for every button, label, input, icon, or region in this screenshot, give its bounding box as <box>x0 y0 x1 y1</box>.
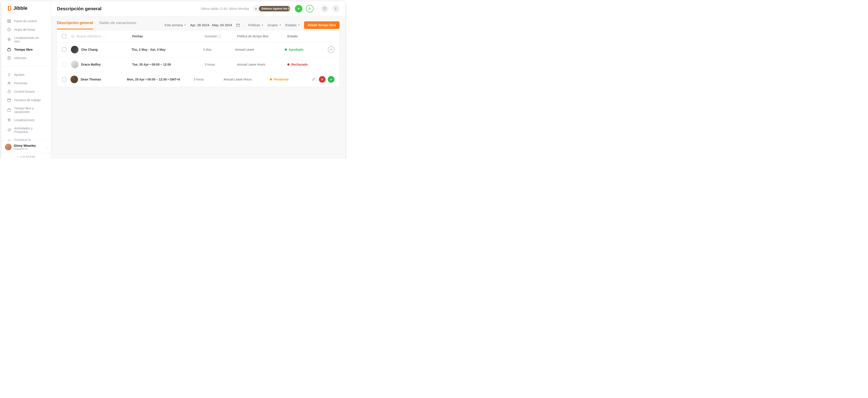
vacation-icon <box>7 108 11 112</box>
last-checkout: Última salida 11:43, último Monday <box>201 7 249 10</box>
approve-button[interactable] <box>328 76 335 83</box>
row-checkbox[interactable] <box>62 48 66 52</box>
svg-point-16 <box>309 7 310 8</box>
briefcase-icon <box>7 48 11 52</box>
nav-settings: Ajustes Personas Control horario Horario… <box>1 69 50 141</box>
logo-icon <box>7 5 12 11</box>
svg-rect-0 <box>7 20 9 21</box>
header: Descripción general Última salida 11:43,… <box>51 1 345 16</box>
avatar <box>5 144 11 150</box>
page-title: Descripción general <box>57 6 101 11</box>
filter-label: Estados <box>285 23 297 27</box>
sidebar-item-label: Ajustes <box>14 73 25 76</box>
sidebar-item-time-off[interactable]: Tiempo libre <box>1 45 50 54</box>
sidebar-item-label: Tiempo libre <box>14 48 33 51</box>
sidebar-item-reports[interactable]: Informes <box>1 54 50 62</box>
status-label: Rechazado <box>291 63 308 66</box>
sidebar-item-time-tracking[interactable]: Control horario <box>1 87 50 96</box>
filter-states[interactable]: Estados ▼ <box>285 23 300 27</box>
sidebar-item-label: Tiempo libre y vacaciones <box>14 106 44 114</box>
user-card[interactable]: Ginny Weasley Hogwarts Co › <box>1 141 51 153</box>
tab-balance[interactable]: Saldo de vacaciones <box>99 21 136 29</box>
filter-groups[interactable]: Grupos ▼ <box>268 23 281 27</box>
sidebar-item-schedules[interactable]: Horarios de trabajo <box>1 96 50 104</box>
sidebar-item-label: Hojas de horas <box>14 28 35 31</box>
status-dot-icon <box>285 49 287 51</box>
period-dropdown[interactable]: Esta semana ▼ <box>164 23 186 27</box>
svg-rect-12 <box>7 109 11 112</box>
status-label: Aprobado <box>289 48 303 51</box>
tab-overview[interactable]: Descripción general <box>57 21 93 29</box>
chevron-down-icon: ▼ <box>184 24 186 26</box>
add-time-off-button[interactable]: Añadir tiempo libre <box>304 21 340 29</box>
chevron-down-icon: ▼ <box>279 24 281 26</box>
sidebar-item-live-locations[interactable]: Localizaciones en vivo <box>1 34 50 45</box>
avatar <box>71 61 79 68</box>
svg-point-8 <box>8 82 9 83</box>
row-policy: Annual Leave Hours <box>223 78 266 81</box>
user-name: Ginny Weasley <box>14 144 44 147</box>
dashboard-icon <box>7 19 11 23</box>
sidebar-item-label: Panel de control <box>14 19 37 23</box>
help-button[interactable] <box>321 5 329 12</box>
sidebar-item-label: Actividades y Proyectos <box>14 126 44 134</box>
svg-rect-2 <box>7 22 9 23</box>
table-row[interactable]: Dean Thomas Mon, 29 Apr • 09:00 – 12:00 … <box>57 72 339 87</box>
status-label: Pendiente <box>274 78 289 81</box>
sidebar-item-label: Personas <box>14 81 27 85</box>
svg-rect-1 <box>9 20 11 21</box>
chevron-down-icon: ▼ <box>298 24 300 26</box>
info-icon[interactable]: i <box>218 35 221 38</box>
period-label: Esta semana <box>164 23 183 27</box>
delete-button[interactable] <box>328 46 335 53</box>
table-row[interactable]: Cho Chang Thu, 2 May - Sat, 4 May 3 días… <box>57 42 339 57</box>
sidebar-item-label: Localizaciones en vivo <box>14 36 44 43</box>
settings-button[interactable] <box>332 5 340 12</box>
sidebar-item-timesheets[interactable]: Hojas de horas <box>1 25 50 34</box>
user-org: Hogwarts Co <box>14 147 44 150</box>
status-badge: Aprobado <box>285 48 324 51</box>
sidebar-item-dashboard[interactable]: Panel de control <box>1 17 50 25</box>
filter-policies[interactable]: Políticas ▼ <box>248 23 264 27</box>
sidebar-item-settings[interactable]: Ajustes <box>1 70 50 79</box>
search-input[interactable] <box>77 34 121 38</box>
header-dates: Fechas <box>132 34 201 38</box>
svg-point-9 <box>9 82 10 83</box>
sidebar-item-label: Consigue la aplicación <box>14 138 44 141</box>
row-policy: Annual Leave <box>235 48 281 51</box>
row-dates: Thu, 2 May - Sat, 4 May <box>131 48 199 51</box>
svg-point-13 <box>9 119 9 120</box>
collapse-label: COLAPSAR <box>20 155 35 158</box>
sidebar-item-label: Control horario <box>14 90 35 93</box>
clock-icon <box>7 28 11 32</box>
sidebar-item-get-app[interactable]: Consigue la aplicación <box>1 136 50 141</box>
tracker-pill[interactable]: ▶ Defence Against the Da... <box>253 5 291 12</box>
sidebar-item-people[interactable]: Personas <box>1 79 50 87</box>
play-icon: ▶ <box>255 7 257 10</box>
clock-in-button[interactable] <box>295 5 303 12</box>
row-checkbox[interactable] <box>62 77 66 82</box>
toolbar: Descripción general Saldo de vacaciones … <box>57 16 340 29</box>
member-name: Cho Chang <box>81 48 98 51</box>
team-clock-button[interactable] <box>306 5 314 12</box>
select-all-checkbox[interactable] <box>62 34 66 38</box>
reject-button[interactable] <box>319 76 326 83</box>
header-status: Estado <box>287 34 327 38</box>
collapse-button[interactable]: « COLAPSAR <box>1 153 51 159</box>
sidebar-item-vacation[interactable]: Tiempo libre y vacaciones <box>1 104 50 116</box>
header-duration: Duración <box>205 34 217 38</box>
row-duration: 3 horas <box>193 78 220 81</box>
avatar <box>70 75 78 83</box>
svg-rect-19 <box>237 24 240 27</box>
row-dates: Mon, 29 Apr • 09:00 – 12:00 • GMT+6 <box>127 78 190 81</box>
logo[interactable]: Jibble <box>1 1 51 15</box>
schedule-icon <box>7 98 11 102</box>
table-row[interactable]: Draco Malfoy Tue, 30 Apr • 09:00 – 12:00… <box>57 57 339 72</box>
sidebar-item-locations[interactable]: Localizaciones <box>1 116 50 124</box>
edit-button[interactable] <box>310 76 317 83</box>
logo-text: Jibble <box>13 5 28 11</box>
calendar-icon[interactable] <box>236 23 240 27</box>
sidebar-item-activities[interactable]: Actividades y Proyectos <box>1 124 50 136</box>
status-badge: Rechazado <box>287 63 327 66</box>
time-tracking-icon <box>7 90 11 94</box>
